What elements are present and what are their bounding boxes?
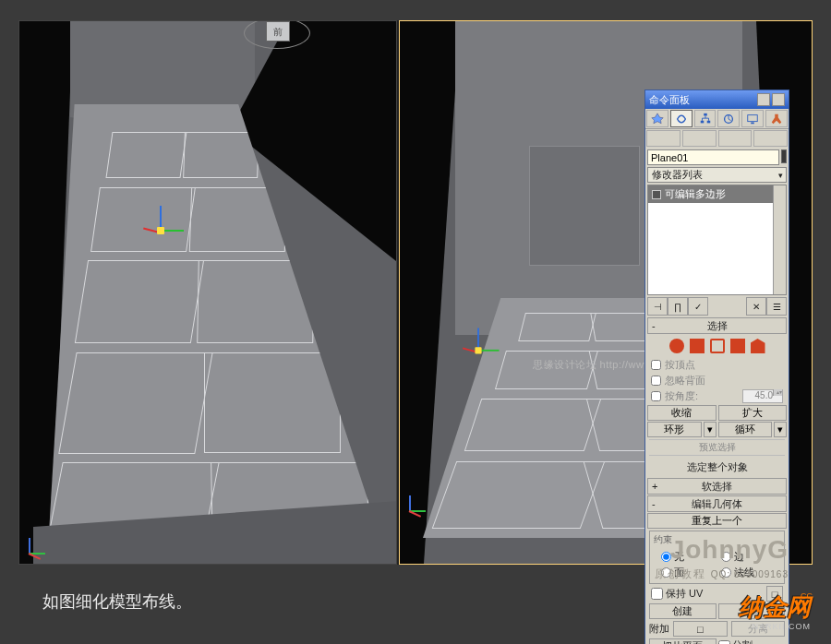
ring-button[interactable]: 环形 <box>647 422 702 437</box>
svg-rect-4 <box>748 114 758 121</box>
stack-item-label: 可编辑多边形 <box>665 187 726 201</box>
angle-spinner[interactable]: 45.0 <box>742 389 783 403</box>
remove-modifier-button[interactable]: ✕ <box>746 297 766 316</box>
back-opening <box>529 146 640 266</box>
logo-cc: .CC <box>799 591 813 601</box>
ignore-backfacing-label: 忽略背面 <box>665 374 705 388</box>
subobj-vertex-button[interactable] <box>669 339 684 353</box>
subtab-3[interactable] <box>718 130 753 147</box>
ring-spinner[interactable]: ▾ <box>704 422 717 437</box>
configure-sets-button[interactable]: ☰ <box>766 297 787 316</box>
author-watermark: JohnnyG 原创教程 QQ: 603009163 <box>655 535 789 582</box>
subobject-level-row <box>645 335 789 357</box>
grow-button[interactable]: 扩大 <box>718 405 788 421</box>
panel-title: 命令面板 <box>649 93 690 107</box>
svg-rect-1 <box>700 120 704 123</box>
shrink-button[interactable]: 收缩 <box>647 405 717 421</box>
minimize-icon[interactable] <box>757 93 770 106</box>
viewport-area: 前 <box>18 20 813 565</box>
svg-rect-0 <box>704 113 707 115</box>
subobj-element-button[interactable] <box>751 339 765 353</box>
tab-motion[interactable] <box>717 110 740 127</box>
make-unique-button[interactable]: ✓ <box>688 297 708 316</box>
subobj-polygon-button[interactable] <box>730 339 745 353</box>
view-cube-face[interactable]: 前 <box>266 21 290 42</box>
by-vertex-label: 按顶点 <box>665 358 695 372</box>
modifier-stack[interactable]: 可编辑多边形 <box>647 185 787 295</box>
panel-titlebar[interactable]: 命令面板 <box>645 90 789 109</box>
transform-gizmo[interactable] <box>138 206 184 252</box>
subtab-1[interactable] <box>646 130 680 147</box>
subobj-edge-button[interactable] <box>690 339 705 353</box>
by-angle-label: 按角度: <box>665 389 698 403</box>
axis-tripod-icon <box>25 531 53 558</box>
show-end-result-button[interactable]: ∏ <box>668 297 688 316</box>
page-root: 前 <box>0 0 831 644</box>
split-label: 分割 <box>732 638 753 644</box>
close-icon[interactable] <box>772 93 785 106</box>
command-tabs <box>645 109 789 129</box>
author-sub: 原创教程 <box>655 567 706 580</box>
viewport-left[interactable]: 前 <box>18 20 397 565</box>
loop-spinner[interactable]: ▾ <box>774 422 787 437</box>
axis-tripod-icon <box>405 488 433 516</box>
preserve-uv-checkbox[interactable] <box>651 588 663 600</box>
pin-stack-button[interactable]: ⊣ <box>647 297 668 316</box>
caption-text: 如图细化模型布线。 <box>42 590 192 613</box>
svg-rect-5 <box>751 122 754 124</box>
tab-display[interactable] <box>741 110 764 127</box>
attach-label: 附加 <box>649 622 669 636</box>
preview-selection-label: 预览选择 <box>649 439 785 456</box>
gizmo-origin-icon <box>157 227 164 234</box>
object-name-input[interactable] <box>647 149 779 165</box>
svg-rect-2 <box>706 120 710 123</box>
tab-hierarchy[interactable] <box>694 110 717 127</box>
modifier-list-dropdown[interactable]: 修改器列表 <box>647 167 787 183</box>
rollout-editgeom-header[interactable]: -编辑几何体 <box>647 495 787 512</box>
by-angle-checkbox[interactable] <box>651 391 661 401</box>
transform-gizmo[interactable] <box>458 328 500 370</box>
ignore-backfacing-checkbox[interactable] <box>651 376 661 386</box>
stack-toggle-icon[interactable] <box>652 190 661 199</box>
gizmo-origin-icon <box>475 347 481 353</box>
view-cube[interactable]: 前 <box>255 21 301 47</box>
subtab-2[interactable] <box>682 130 717 147</box>
site-logo: .CC 纳金网 NARKII.COM <box>739 591 811 631</box>
stack-item-editable-poly[interactable]: 可编辑多边形 <box>648 185 786 203</box>
split-checkbox[interactable] <box>718 638 730 644</box>
rollout-softsel-header[interactable]: +软选择 <box>647 478 787 495</box>
author-name: JohnnyG <box>655 535 789 565</box>
sub-tabs <box>645 129 789 148</box>
subobj-border-button[interactable] <box>710 339 725 353</box>
attach-button[interactable]: □ <box>673 621 728 637</box>
object-color-swatch[interactable] <box>781 149 787 163</box>
modifier-list-label: 修改器列表 <box>652 168 703 182</box>
tab-utilities[interactable] <box>765 110 788 127</box>
preserve-uv-label: 保持 UV <box>666 587 703 601</box>
stack-buttons: ⊣ ∏ ✓ ✕ ☰ <box>647 297 787 316</box>
rollout-selection-label: 选择 <box>707 319 728 333</box>
rollout-softsel-label: 软选择 <box>702 480 732 494</box>
author-qq: QQ: 603009163 <box>711 569 789 579</box>
by-vertex-checkbox[interactable] <box>651 360 661 370</box>
repeat-last-button[interactable]: 重复上一个 <box>647 513 787 529</box>
logo-en: NARKII.COM <box>739 622 811 631</box>
rollout-editgeom-label: 编辑几何体 <box>692 497 742 511</box>
selection-info: 选定整个对象 <box>645 458 789 477</box>
stack-scrollbar[interactable] <box>773 185 786 294</box>
loop-button[interactable]: 循环 <box>718 422 773 437</box>
create-button[interactable]: 创建 <box>649 603 717 619</box>
slice-plane-button[interactable]: 切片平面 <box>649 638 717 644</box>
subtab-4[interactable] <box>753 130 788 147</box>
rollout-selection-header[interactable]: -选择 <box>647 317 787 334</box>
tab-create[interactable] <box>646 110 668 127</box>
tab-modify[interactable] <box>670 110 692 127</box>
